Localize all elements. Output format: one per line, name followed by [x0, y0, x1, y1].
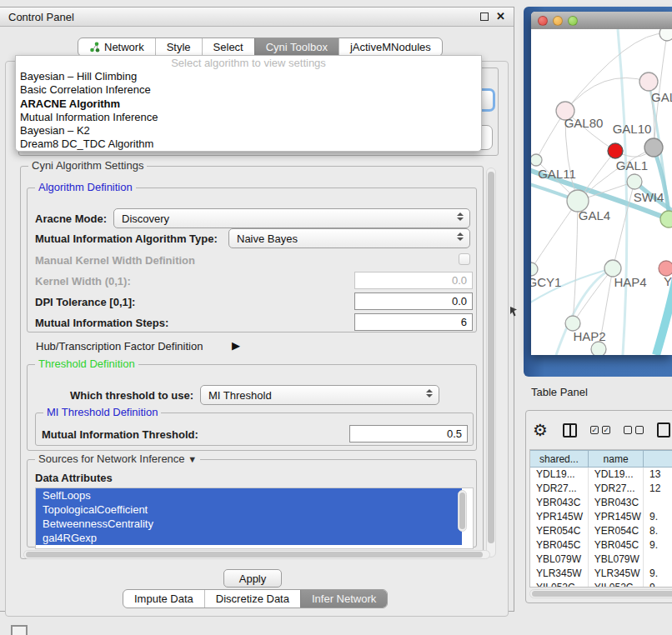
algorithm-option[interactable]: Dream8 DC_TDC Algorithm: [16, 138, 481, 151]
tab-network[interactable]: Network: [78, 38, 155, 56]
table-cell: 12: [644, 482, 672, 496]
screen: Control Panel ✕ NetworkStyleSelectCyni T…: [0, 0, 672, 635]
node-gal1[interactable]: [627, 174, 642, 189]
attribute-item[interactable]: TopologicalCoefficient: [36, 502, 462, 517]
kernel-width-field[interactable]: 0.0: [354, 272, 473, 289]
attributes-vscroll[interactable]: [458, 490, 467, 532]
dropdown-prompt: Select algorithm to view settings: [16, 56, 481, 70]
mi-steps-field[interactable]: 6: [354, 313, 473, 331]
table-row[interactable]: YBL079WYBL079W: [530, 552, 672, 567]
table-row[interactable]: YDR27...YDR27...12: [530, 482, 672, 496]
mi-threshold-field[interactable]: 0.5: [349, 425, 468, 442]
float-icon[interactable]: [480, 12, 489, 21]
control-panel-titlebar[interactable]: Control Panel ✕: [0, 8, 514, 27]
close-traffic-icon[interactable]: [538, 16, 548, 26]
node-hap4[interactable]: [604, 260, 621, 277]
table-row[interactable]: YIL052CYIL052C9: [530, 581, 672, 588]
node-bottom[interactable]: [591, 342, 606, 355]
attributes-vscroll-thumb[interactable]: [459, 492, 465, 529]
tab-discretize-data[interactable]: Discretize Data: [204, 590, 300, 608]
attribute-item[interactable]: BetweennessCentrality: [36, 517, 462, 531]
manual-kernel-checkbox[interactable]: [459, 253, 470, 265]
table-row[interactable]: YDL19...YDL19...13: [530, 468, 672, 482]
algorithm-option[interactable]: Basic Correlation Inference: [16, 83, 481, 97]
tab-cyni-toolbox[interactable]: Cyni Toolbox: [254, 38, 339, 56]
tab-impute-data[interactable]: Impute Data: [123, 590, 204, 608]
column-header[interactable]: [644, 450, 672, 468]
tab-jactivemnodules[interactable]: jActiveMNodules: [339, 38, 442, 56]
node-red[interactable]: [608, 143, 623, 158]
hub-collapsed-arrow-icon[interactable]: ▶: [232, 339, 240, 352]
which-threshold-combo[interactable]: MI Threshold: [200, 385, 439, 405]
node-gray[interactable]: [644, 138, 663, 157]
table-row[interactable]: YBR045CYBR045C9.: [530, 538, 672, 552]
node-label-gal80: GAL80: [564, 116, 604, 130]
column-header[interactable]: shared...: [530, 450, 589, 468]
network-view-window[interactable]: GALGAL80GAL10GAL11GAL1SWI4GAL4GCY1HAP4YH…: [531, 12, 672, 355]
sheet-icon[interactable]: [657, 422, 670, 438]
minimized-panel-icon[interactable]: [11, 625, 28, 635]
algorithm-option[interactable]: Bayesian – Hill Climbing: [16, 70, 481, 83]
table-row[interactable]: YBR043CYBR043C: [530, 496, 672, 510]
table-cell: YBR043C: [530, 496, 589, 510]
settings-vscroll-thumb[interactable]: [488, 172, 494, 543]
dpi-tolerance-field[interactable]: 0.0: [354, 292, 473, 310]
table-cell: YPR145W: [530, 510, 589, 524]
mi-type-label: Mutual Information Algorithm Type:: [35, 232, 218, 245]
close-icon[interactable]: ✕: [496, 12, 505, 21]
checked-pair-icon[interactable]: ✓✓: [590, 426, 610, 434]
node-gal7[interactable]: [639, 72, 658, 91]
table-row[interactable]: YER054CYER054C8.: [530, 524, 672, 538]
node-gcy1[interactable]: [531, 262, 538, 276]
table-hscroll-thumb[interactable]: [532, 591, 672, 597]
zoom-traffic-icon[interactable]: [568, 16, 578, 26]
network-window-titlebar[interactable]: [531, 12, 672, 29]
settings-vertical-scrollbar[interactable]: [486, 168, 496, 558]
node-top-partial[interactable]: [659, 29, 672, 41]
settings-hscroll[interactable]: [23, 550, 490, 559]
algorithm-option[interactable]: ARACNE Algorithm: [16, 98, 481, 111]
data-attributes-list: SelfLoopsTopologicalCoefficientBetweenne…: [35, 488, 474, 549]
combo-arrows-icon: [426, 389, 433, 398]
tab-label: jActiveMNodules: [350, 41, 431, 53]
control-panel-title: Control Panel: [8, 11, 74, 23]
column-header[interactable]: name: [589, 450, 644, 468]
table-cell: 9.: [644, 510, 672, 524]
unchecked-pair-icon[interactable]: [624, 426, 644, 434]
tab-infer-network[interactable]: Infer Network: [300, 590, 387, 608]
table-cell: [644, 552, 672, 567]
tab-select[interactable]: Select: [202, 38, 254, 56]
aracne-mode-value: Discovery: [122, 212, 169, 225]
table-hscroll[interactable]: [529, 589, 672, 598]
mi-type-combo[interactable]: Naive Bayes: [228, 228, 470, 248]
attribute-item[interactable]: SelfLoops: [36, 488, 462, 502]
node-label-gal4: GAL4: [579, 208, 610, 222]
node-small-green[interactable]: [531, 154, 542, 166]
manual-kernel-label: Manual Kernel Width Definition: [35, 254, 195, 267]
network-canvas[interactable]: GALGAL80GAL10GAL11GAL1SWI4GAL4GCY1HAP4YH…: [531, 29, 672, 355]
node-right-green[interactable]: [660, 211, 672, 228]
table-cell: 8.: [644, 524, 672, 538]
node-label-gal1: GAL1: [616, 158, 648, 172]
table-cell: YDR27...: [530, 482, 589, 496]
tab-label: Infer Network: [312, 592, 376, 605]
table-cell: 13: [644, 468, 672, 482]
minimize-traffic-icon[interactable]: [553, 16, 563, 26]
algorithm-option[interactable]: Mutual Information Inference: [16, 111, 481, 124]
tab-style[interactable]: Style: [155, 38, 202, 56]
attribute-item[interactable]: gal4RGexp: [36, 531, 462, 545]
table-row[interactable]: YLR345WYLR345W9.: [530, 567, 672, 581]
algorithm-option[interactable]: Bayesian – K2: [16, 124, 481, 138]
apply-button[interactable]: Apply: [223, 569, 282, 588]
settings-hscroll-thumb[interactable]: [26, 552, 483, 558]
table-row[interactable]: YPR145WYPR145W9.: [530, 510, 672, 524]
columns-icon[interactable]: [563, 423, 577, 438]
hub-section-label[interactable]: Hub/Transcription Factor Definition: [36, 340, 203, 352]
gear-icon[interactable]: ⚙: [533, 422, 548, 438]
aracne-mode-combo[interactable]: Discovery: [113, 208, 470, 228]
tab-label: Discretize Data: [216, 592, 289, 605]
table-cell: YBR043C: [589, 496, 644, 510]
kernel-width-label: Kernel Width (0,1):: [35, 275, 131, 288]
mi-threshold-legend: MI Threshold Definition: [43, 406, 161, 418]
sources-legend[interactable]: Sources for Network Inference ▼: [35, 452, 200, 465]
